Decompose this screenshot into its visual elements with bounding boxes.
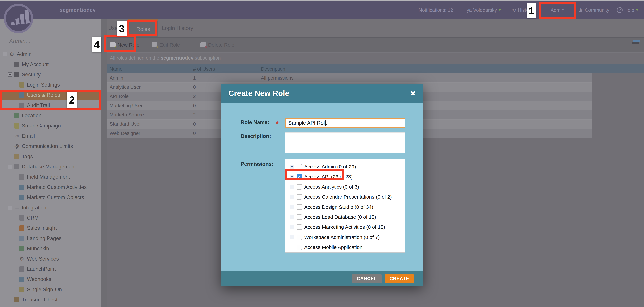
sidebar-item[interactable]: ✉ Email	[0, 131, 101, 141]
globe-search-icon	[19, 246, 24, 251]
sidebar-item[interactable]: Database Management	[0, 162, 101, 172]
help-menu[interactable]: ? Help ▾	[617, 1, 638, 19]
annotation-step-3: 3	[117, 21, 126, 36]
tree-collapse-icon[interactable]	[8, 72, 12, 77]
sidebar-item[interactable]: Treasure Chest	[0, 294, 101, 305]
permission-item[interactable]: Access Design Studio (0 of 34)	[290, 202, 405, 212]
permission-item[interactable]: Access Calendar Presentations (0 of 2)	[290, 192, 405, 202]
sidebar-item[interactable]: Single Sign-On	[0, 284, 101, 294]
cancel-button[interactable]: CANCEL	[352, 274, 382, 283]
delete-role-button[interactable]: Delete Role	[200, 38, 234, 52]
sidebar-search-input[interactable]	[9, 38, 90, 44]
permission-checkbox[interactable]	[296, 234, 302, 240]
sidebar-item[interactable]: LaunchPoint	[0, 264, 101, 274]
expand-plus-icon[interactable]	[290, 164, 294, 169]
permission-checkbox[interactable]	[296, 214, 302, 220]
create-button[interactable]: CREATE	[385, 274, 414, 283]
expand-plus-icon[interactable]	[290, 235, 294, 240]
permission-checkbox[interactable]	[296, 224, 302, 230]
permission-checkbox[interactable]	[296, 204, 302, 210]
permission-item[interactable]: Workspace Administration (0 of 7)	[290, 232, 405, 242]
delete-role-icon	[200, 42, 206, 48]
column-header-name[interactable]: Name	[107, 64, 190, 74]
sidebar-divider	[0, 48, 101, 48]
community-link[interactable]: ♟ Community	[578, 1, 610, 19]
sidebar-item-label: Marketo Custom Activities	[27, 184, 87, 190]
delete-role-label: Delete Role	[208, 42, 234, 48]
sidebar-item[interactable]: Smart Campaign	[0, 120, 101, 131]
sidebar-item-label: Web Services	[27, 256, 59, 262]
sidebar-item[interactable]: ⚙ Web Services	[0, 254, 101, 264]
permission-label: Access Calendar Presentations (0 of 2)	[304, 194, 392, 200]
permissions-label: Permissions:	[241, 161, 273, 167]
permission-checkbox[interactable]	[296, 194, 302, 200]
permission-label: Access Admin (0 of 29)	[304, 164, 356, 170]
edit-role-icon	[152, 42, 158, 48]
sidebar-item[interactable]: CRM	[0, 213, 101, 223]
dialog-title: Create New Role	[228, 89, 289, 98]
permission-label: Access Design Studio (0 of 34)	[304, 204, 373, 210]
sidebar-item[interactable]: Security	[0, 70, 101, 80]
window-top-strip	[0, 0, 644, 1]
expand-plus-icon[interactable]	[290, 205, 294, 209]
sidebar-item[interactable]: Webhooks	[0, 274, 101, 284]
chest-icon	[14, 297, 20, 302]
close-icon[interactable]: ✖	[410, 90, 416, 97]
column-header-spacer	[592, 64, 644, 74]
cell-user-count: 1	[190, 74, 258, 82]
permission-item[interactable]: Access Mobile Application	[290, 242, 405, 252]
expand-plus-icon[interactable]	[290, 225, 294, 229]
annotation-box-access-api	[285, 169, 344, 180]
annotation-box-admin	[539, 2, 576, 20]
sidebar-item-label: Field Management	[27, 174, 70, 180]
sidebar-item[interactable]: My Account	[0, 59, 101, 70]
dialog-header: Create New Role ✖	[221, 84, 423, 103]
sidebar-item[interactable]: Munchkin	[0, 244, 101, 254]
permission-item[interactable]: Access Lead Database (0 of 15)	[290, 212, 405, 222]
sidebar-item-label: CRM	[27, 215, 39, 221]
permission-checkbox[interactable]	[296, 164, 302, 170]
sidebar-item[interactable]: ⚙ Admin	[0, 49, 101, 59]
sidebar-item[interactable]: Sales Insight	[0, 223, 101, 233]
sidebar-item[interactable]: Marketo Custom Objects	[0, 192, 101, 202]
cell-role-name: Admin	[107, 74, 190, 82]
column-header-description[interactable]: Description	[258, 64, 592, 74]
tree-collapse-icon[interactable]	[8, 206, 12, 210]
dialog-body: Role Name: * Description: Permissions: A…	[221, 103, 423, 271]
sidebar-item[interactable]: @ Communication Limits	[0, 141, 101, 151]
webhook-icon	[19, 277, 24, 282]
sidebar-item-label: Sales Insight	[27, 225, 57, 231]
edit-role-button[interactable]: Edit Role	[152, 38, 180, 52]
sidebar-item[interactable]: Landing Pages	[0, 233, 101, 244]
globe-icon	[14, 113, 20, 118]
description-textarea[interactable]	[285, 132, 405, 153]
permission-item[interactable]: Access Marketing Activities (0 of 15)	[290, 222, 405, 232]
notifications-link[interactable]: Notifications: 12	[418, 1, 453, 19]
sidebar-item[interactable]: Location	[0, 110, 101, 120]
expand-plus-icon[interactable]	[290, 215, 294, 219]
sidebar-resize-handle[interactable]	[101, 19, 107, 307]
sidebar-item[interactable]: Tags	[0, 151, 101, 162]
tab-bar: Users Roles Login History	[107, 19, 644, 38]
permission-item[interactable]: Access Analytics (0 of 3)	[290, 182, 405, 192]
sidebar-item[interactable]: Login Settings	[0, 80, 101, 90]
tree-collapse-icon[interactable]	[8, 164, 12, 169]
role-name-input[interactable]	[285, 118, 405, 128]
permission-checkbox[interactable]	[296, 184, 302, 190]
table-row[interactable]: Admin 1 All permissions	[107, 74, 592, 83]
sidebar-item[interactable]: ☁ Integration	[0, 202, 101, 213]
permission-label: Access Lead Database (0 of 15)	[304, 214, 376, 220]
permission-label: Access Marketing Activities (0 of 15)	[304, 224, 385, 230]
create-new-role-dialog: Create New Role ✖ Role Name: * Descripti…	[221, 84, 423, 286]
tab-login-history[interactable]: Login History	[162, 19, 193, 37]
subtitle-prefix: All roles defined on the	[110, 55, 161, 61]
permission-checkbox[interactable]	[296, 244, 302, 250]
expand-plus-icon[interactable]	[290, 195, 294, 199]
expand-plus-icon[interactable]	[290, 185, 294, 189]
user-menu[interactable]: Ilya Volodarsky ▾	[464, 1, 501, 19]
sidebar-item[interactable]: Marketo Custom Activities	[0, 182, 101, 192]
tree-collapse-icon[interactable]	[3, 52, 7, 56]
column-header-users[interactable]: # of Users	[190, 64, 258, 74]
popout-window-icon[interactable]	[632, 42, 639, 48]
sidebar-item[interactable]: Field Management	[0, 172, 101, 182]
